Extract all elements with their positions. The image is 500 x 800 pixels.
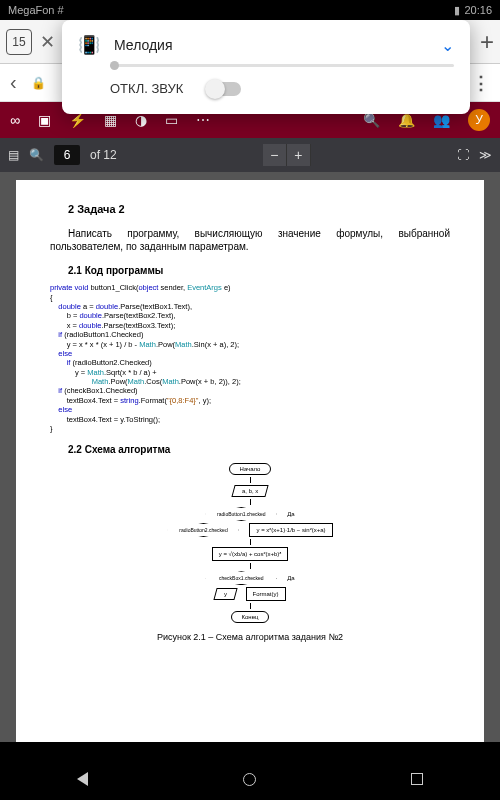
find-icon[interactable]: 🔍 xyxy=(29,148,44,162)
expand-icon[interactable]: ⌄ xyxy=(441,36,454,55)
page-input[interactable]: 6 xyxy=(54,145,80,165)
new-tab-button[interactable]: + xyxy=(480,28,494,56)
mute-toggle[interactable] xyxy=(207,82,241,96)
tab-count-button[interactable]: 15 xyxy=(6,29,32,55)
back-icon[interactable]: ‹ xyxy=(10,71,17,94)
zoom-in-button[interactable]: + xyxy=(287,144,311,166)
nav-recent-icon[interactable] xyxy=(411,773,423,785)
close-tab-icon[interactable]: ✕ xyxy=(40,31,55,53)
subheading-code: 2.1 Код программы xyxy=(50,264,450,278)
battery-icon: ▮ xyxy=(454,4,460,17)
page-total: of 12 xyxy=(90,148,117,162)
pdf-toolbar: ▤ 🔍 6 of 12 − + ⛶ ≫ xyxy=(0,138,500,172)
mute-label: ОТКЛ. ЗВУК xyxy=(110,81,183,96)
files-icon[interactable]: ▣ xyxy=(38,112,51,128)
flow-decision-2: radioButton2.checked xyxy=(167,523,239,537)
flowchart: Начало a, b, x radioButton1.checked Да r… xyxy=(50,463,450,624)
contacts2-icon[interactable]: 👥 xyxy=(433,112,450,128)
search-icon[interactable]: 🔍 xyxy=(363,112,380,128)
flow-start: Начало xyxy=(229,463,272,475)
notification-title: Мелодия xyxy=(114,37,427,53)
avatar[interactable]: У xyxy=(468,109,490,131)
volume-slider[interactable] xyxy=(110,64,454,67)
figure-caption: Рисунок 2.1 – Схема алгоритма задания №2 xyxy=(50,631,450,643)
fullscreen-icon[interactable]: ⛶ xyxy=(457,148,469,162)
flow-input: a, b, x xyxy=(231,485,269,497)
sidebar-toggle-icon[interactable]: ▤ xyxy=(8,148,19,162)
code-block: private void button1_Click(object sender… xyxy=(50,283,450,433)
pdf-viewer[interactable]: 2 Задача 2 Написать программу, вычисляющ… xyxy=(0,172,500,742)
carrier-label: MegaFon # xyxy=(8,4,64,16)
flow-process-3: Format(y) xyxy=(246,587,286,601)
logo-icon: ∞ xyxy=(10,112,20,128)
android-nav-bar xyxy=(0,758,500,800)
vibrate-icon: 📳 xyxy=(78,34,100,56)
nav-home-icon[interactable] xyxy=(243,773,256,786)
menu-icon[interactable]: ⋮ xyxy=(472,72,490,94)
calendar-icon[interactable]: ▭ xyxy=(165,112,178,128)
gallery-icon[interactable]: ▦ xyxy=(104,112,117,128)
flow-process-1: y = x²(x+1)·1/b − sin²(x+a) xyxy=(249,523,332,537)
android-status-bar: MegaFon # ▮20:16 xyxy=(0,0,500,20)
subheading-scheme: 2.2 Схема алгоритма xyxy=(50,443,450,457)
volume-notification-panel: 📳 Мелодия ⌄ ОТКЛ. ЗВУК xyxy=(62,20,470,114)
nav-back-icon[interactable] xyxy=(77,772,88,786)
zoom-out-button[interactable]: − xyxy=(263,144,287,166)
notifications-icon[interactable]: 🔔 xyxy=(398,112,415,128)
intro-text: Написать программу, вычисляющую значение… xyxy=(50,227,450,254)
flow-process-2: y = √(xb/a) + cos²(x+b)³ xyxy=(212,547,288,561)
section-heading: 2 Задача 2 xyxy=(50,202,450,217)
flow-output: y xyxy=(213,588,237,600)
tools-icon[interactable]: ≫ xyxy=(479,148,492,162)
more-apps-icon[interactable]: ⋯ xyxy=(196,112,210,128)
clock: 20:16 xyxy=(464,4,492,16)
flow-end: Конец xyxy=(231,611,270,623)
flow-decision-1: radioButton1.checked xyxy=(205,507,277,521)
flow-decision-3: checkBox1.checked xyxy=(205,571,277,585)
activity-icon[interactable]: ⚡ xyxy=(69,112,86,128)
pdf-page: 2 Задача 2 Написать программу, вычисляющ… xyxy=(16,180,484,742)
lock-icon: 🔒 xyxy=(31,76,46,90)
contacts-icon[interactable]: ◑ xyxy=(135,112,147,128)
